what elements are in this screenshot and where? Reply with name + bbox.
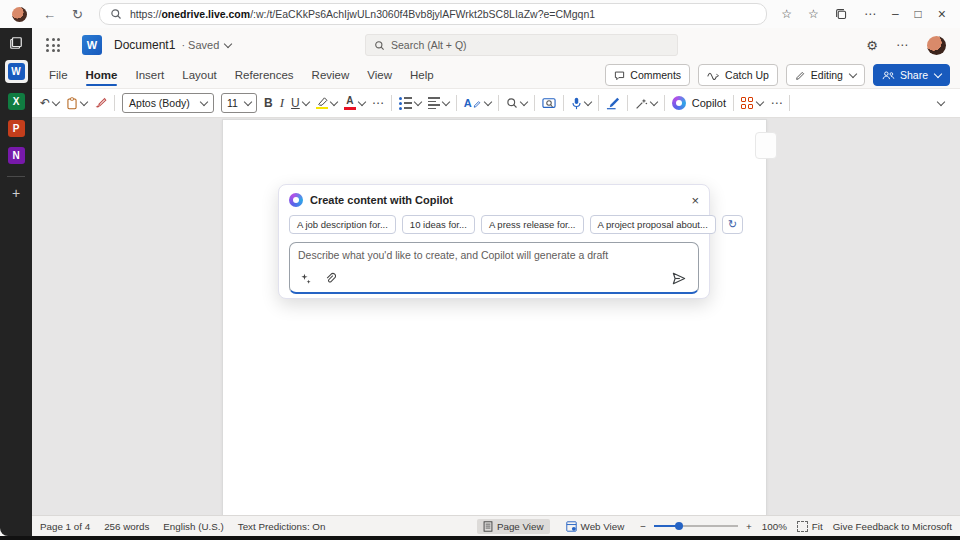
maximize-button[interactable]: □ <box>915 7 922 21</box>
settings-gear-icon[interactable]: ⚙ <box>866 38 878 53</box>
address-bar[interactable]: https://onedrive.live.com/:w:/t/EaCKkPs6… <box>99 3 767 25</box>
bullet-list-button[interactable] <box>399 97 421 110</box>
paste-button[interactable] <box>66 97 87 110</box>
toolbar-more-icon[interactable]: ⋯ <box>770 96 782 110</box>
text-predictions[interactable]: Text Predictions: On <box>238 521 326 532</box>
browser-menu-icon[interactable]: ⋯ <box>864 7 876 21</box>
zoom-out-icon[interactable]: − <box>640 521 646 532</box>
language[interactable]: English (U.S.) <box>163 521 223 532</box>
chip-ideas[interactable]: 10 ideas for... <box>402 215 475 234</box>
chip-press-release[interactable]: A press release for... <box>481 215 584 234</box>
collapse-ribbon-icon[interactable] <box>937 97 945 105</box>
search-box[interactable]: Search (Alt + Q) <box>365 34 678 56</box>
share-button[interactable]: Share <box>873 64 950 86</box>
bold-button[interactable]: B <box>264 96 273 110</box>
refresh-icon[interactable]: ↻ <box>72 7 83 22</box>
tab-references[interactable]: References <box>226 62 303 88</box>
chevron-down-icon <box>224 39 232 47</box>
sidebar-item-powerpoint[interactable]: P <box>8 120 25 137</box>
font-name-select[interactable]: Aptos (Body) <box>122 93 214 113</box>
chip-project-proposal[interactable]: A project proposal about... <box>590 215 716 234</box>
web-view-button[interactable]: Web View <box>560 519 631 534</box>
tab-review[interactable]: Review <box>303 62 359 88</box>
chip-job-description[interactable]: A job description for... <box>289 215 396 234</box>
zoom-thumb[interactable] <box>675 522 683 530</box>
page-view-button[interactable]: Page View <box>477 519 550 534</box>
microsoft365-home-icon[interactable] <box>9 36 23 50</box>
fit-button[interactable]: Fit <box>797 521 823 532</box>
paperclip-icon[interactable] <box>324 272 336 285</box>
editor-button[interactable] <box>606 97 620 110</box>
magic-wand-icon <box>635 97 648 110</box>
font-color-button[interactable]: A <box>344 96 365 110</box>
account-avatar[interactable] <box>927 36 946 55</box>
tab-view[interactable]: View <box>358 62 401 88</box>
fit-icon <box>797 521 808 532</box>
auto-rewrite-button[interactable] <box>635 97 657 110</box>
pencil-icon <box>795 70 806 81</box>
word-count[interactable]: 256 words <box>104 521 149 532</box>
screen-magnifier-icon <box>542 97 556 110</box>
tab-layout[interactable]: Layout <box>173 62 226 88</box>
chevron-down-icon <box>649 97 657 105</box>
document-canvas[interactable]: Create content with Copilot × A job desc… <box>32 118 960 515</box>
save-status[interactable]: · Saved <box>181 39 219 51</box>
document-title[interactable]: Document1 <box>114 38 175 52</box>
favorites-bar-icon[interactable]: ☆ <box>808 7 819 21</box>
zoom-slider[interactable]: − + <box>640 521 751 532</box>
add-ins-button[interactable] <box>741 97 764 109</box>
chevron-down-icon <box>200 97 208 105</box>
favorite-star-icon[interactable]: ☆ <box>781 7 792 21</box>
copilot-button[interactable]: Copilot <box>672 96 726 110</box>
copilot-prompt-input[interactable] <box>298 249 690 273</box>
find-button[interactable] <box>506 97 527 109</box>
collections-icon[interactable] <box>835 8 848 21</box>
more-formatting-icon[interactable]: ⋯ <box>372 96 384 110</box>
styles-button[interactable]: A <box>464 97 491 109</box>
back-icon[interactable]: ← <box>43 7 56 22</box>
italic-button[interactable]: I <box>280 95 284 111</box>
sidebar-item-word[interactable]: W <box>5 60 28 83</box>
app-launcher-icon[interactable] <box>46 38 60 52</box>
catch-up-button[interactable]: Catch Up <box>698 64 778 86</box>
alignment-button[interactable] <box>428 97 449 109</box>
chevron-down-icon <box>519 97 527 105</box>
sidebar-item-onenote[interactable]: N <box>8 147 25 164</box>
font-size-select[interactable]: 11 <box>221 93 257 113</box>
header-more-icon[interactable]: ⋯ <box>896 38 909 52</box>
format-painter-button[interactable] <box>94 97 107 110</box>
tab-file[interactable]: File <box>40 62 77 88</box>
undo-button[interactable]: ↶ <box>40 96 59 110</box>
send-icon[interactable] <box>672 272 686 285</box>
chevron-down-icon <box>934 69 942 77</box>
word-logo-icon[interactable]: W <box>82 35 102 55</box>
add-app-button[interactable]: + <box>12 185 20 201</box>
sidebar-item-excel[interactable]: X <box>8 93 25 110</box>
zoom-in-icon[interactable]: + <box>746 521 752 532</box>
reading-view-button[interactable] <box>542 97 556 110</box>
zoom-track[interactable] <box>654 525 738 527</box>
browser-profile-avatar[interactable] <box>12 7 27 22</box>
close-button[interactable]: × <box>938 6 946 22</box>
page-count[interactable]: Page 1 of 4 <box>40 521 90 532</box>
refresh-suggestions-button[interactable]: ↻ <box>722 215 743 234</box>
tab-help[interactable]: Help <box>401 62 443 88</box>
comments-button[interactable]: Comments <box>605 64 690 86</box>
copilot-margin-button[interactable] <box>755 132 777 159</box>
tab-home[interactable]: Home <box>77 62 127 88</box>
chevron-down-icon <box>80 97 88 105</box>
sparkle-icon[interactable] <box>300 273 312 285</box>
tab-insert[interactable]: Insert <box>126 62 173 88</box>
feedback-link[interactable]: Give Feedback to Microsoft <box>833 521 952 532</box>
close-icon[interactable]: × <box>691 194 699 207</box>
underline-button[interactable]: U <box>291 96 309 110</box>
document-page[interactable] <box>222 119 767 515</box>
url-text: https://onedrive.live.com/:w:/t/EaCKkPs6… <box>130 8 595 20</box>
office-sidebar: W X P N + <box>0 28 32 536</box>
highlight-button[interactable] <box>316 97 337 110</box>
minimize-button[interactable]: – <box>892 7 899 21</box>
microphone-icon <box>571 97 582 110</box>
dictate-button[interactable] <box>571 97 591 110</box>
editing-mode-button[interactable]: Editing <box>786 64 865 86</box>
zoom-level[interactable]: 100% <box>762 521 787 532</box>
